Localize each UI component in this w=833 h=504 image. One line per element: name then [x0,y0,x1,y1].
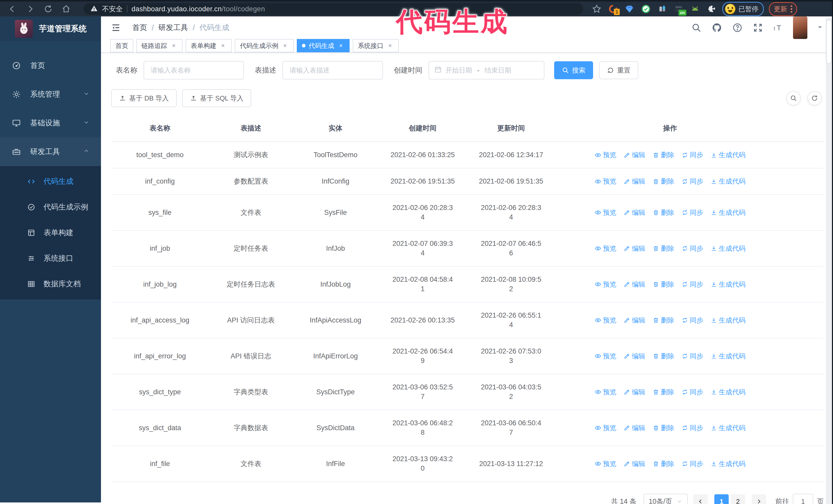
table-name-input[interactable] [144,61,244,79]
browser-menu-dots-icon[interactable] [791,5,792,13]
date-range-picker[interactable]: 开始日期 - 结束日期 [429,61,544,79]
search-icon[interactable] [690,22,702,33]
eye-action-link[interactable]: 预览 [595,244,616,253]
goto-page-input[interactable] [793,494,813,504]
prev-page-button[interactable] [693,494,708,504]
reset-button[interactable]: 重置 [599,61,638,79]
tag-close-icon[interactable]: × [337,42,344,49]
sidebar-item-1[interactable]: 系统管理 [0,80,101,109]
extension-drop-icon[interactable] [657,3,668,15]
submenu-item-4[interactable]: 数据库文档 [0,271,101,297]
tag-close-icon[interactable]: × [386,42,394,49]
pencil-action-link[interactable]: 编辑 [624,387,645,397]
eye-action-link[interactable]: 预览 [595,316,616,325]
help-icon[interactable] [732,22,743,33]
browser-forward-icon[interactable] [23,2,38,16]
user-avatar[interactable] [793,17,807,39]
trash-action-link[interactable]: 删除 [652,423,674,433]
trash-action-link[interactable]: 删除 [652,387,674,397]
download-action-link[interactable]: 生成代码 [711,387,745,397]
trash-action-link[interactable]: 删除 [652,459,674,469]
pencil-action-link[interactable]: 编辑 [624,280,645,289]
eye-action-link[interactable]: 预览 [595,208,616,217]
profile-paused-pill[interactable]: 已暂停 [722,2,764,16]
tag-4[interactable]: 代码生成× [297,39,350,52]
sync-action-link[interactable]: 同步 [682,280,703,289]
trash-action-link[interactable]: 删除 [652,352,674,361]
sidebar-item-3[interactable]: 研发工具 [0,137,101,166]
trash-action-link[interactable]: 删除 [652,280,674,289]
pencil-action-link[interactable]: 编辑 [624,150,645,160]
pencil-action-link[interactable]: 编辑 [624,459,645,469]
page-button-1[interactable]: 1 [714,494,729,504]
eye-action-link[interactable]: 预览 [595,423,616,433]
trash-action-link[interactable]: 删除 [652,316,674,325]
trash-action-link[interactable]: 删除 [652,244,674,253]
submenu-item-2[interactable]: 表单构建 [0,220,101,246]
sidebar-item-0[interactable]: 首页 [0,51,101,80]
user-menu-caret-icon[interactable] [816,23,824,32]
bookmark-star-icon[interactable] [591,3,602,15]
pencil-action-link[interactable]: 编辑 [624,177,645,186]
extension-on-icon[interactable]: on [673,3,684,15]
submenu-item-3[interactable]: 系统接口 [0,246,101,271]
download-action-link[interactable]: 生成代码 [711,208,745,217]
sync-action-link[interactable]: 同步 [682,150,703,160]
trash-action-link[interactable]: 删除 [652,177,674,186]
download-action-link[interactable]: 生成代码 [711,316,745,325]
download-action-link[interactable]: 生成代码 [711,423,745,433]
extension-orange-icon[interactable]: 1 [608,3,619,15]
sync-action-link[interactable]: 同步 [682,208,703,217]
download-action-link[interactable]: 生成代码 [711,150,745,160]
tag-5[interactable]: 系统接口× [353,39,399,52]
tag-2[interactable]: 表单构建× [186,39,232,52]
pencil-action-link[interactable]: 编辑 [624,244,645,253]
download-action-link[interactable]: 生成代码 [711,459,745,469]
sync-action-link[interactable]: 同步 [682,316,703,325]
extension-android-icon[interactable] [689,3,701,15]
download-action-link[interactable]: 生成代码 [711,244,745,253]
extension-gem-icon[interactable] [624,3,635,15]
toggle-search-icon[interactable] [786,91,801,105]
refresh-table-icon[interactable] [807,91,822,105]
sidebar-fold-icon[interactable] [110,22,121,33]
eye-action-link[interactable]: 预览 [595,150,616,160]
submenu-item-0[interactable]: 代码生成 [0,169,101,194]
tag-3[interactable]: 代码生成示例× [235,39,294,52]
font-size-icon[interactable]: tT [772,22,784,33]
browser-home-icon[interactable] [59,2,73,16]
eye-action-link[interactable]: 预览 [595,352,616,361]
sync-action-link[interactable]: 同步 [682,387,703,397]
tag-close-icon[interactable]: × [170,42,177,49]
eye-action-link[interactable]: 预览 [595,177,616,186]
sync-action-link[interactable]: 同步 [682,459,703,469]
download-action-link[interactable]: 生成代码 [711,352,745,361]
breadcrumb-item-0[interactable]: 首页 [132,23,147,33]
extension-green-check-icon[interactable] [640,3,651,15]
sidebar-item-2[interactable]: 基础设施 [0,109,101,137]
browser-update-button[interactable]: 更新 [769,2,797,16]
import-db-button[interactable]: 基于 DB 导入 [111,89,176,107]
tag-close-icon[interactable]: × [281,42,289,49]
fullscreen-icon[interactable] [752,22,764,33]
sync-action-link[interactable]: 同步 [682,244,703,253]
app-logo[interactable]: 芋道管理系统 [0,17,101,41]
eye-action-link[interactable]: 预览 [595,459,616,469]
pencil-action-link[interactable]: 编辑 [624,208,645,217]
download-action-link[interactable]: 生成代码 [711,280,745,289]
tag-close-icon[interactable]: × [219,42,227,49]
breadcrumb-item-1[interactable]: 研发工具 [159,23,188,33]
sync-action-link[interactable]: 同步 [682,352,703,361]
search-button[interactable]: 搜索 [554,61,593,79]
pencil-action-link[interactable]: 编辑 [624,352,645,361]
page-size-select[interactable]: 10条/页 [644,494,688,504]
pencil-action-link[interactable]: 编辑 [624,316,645,325]
extensions-puzzle-icon[interactable] [706,3,717,15]
eye-action-link[interactable]: 预览 [595,387,616,397]
sync-action-link[interactable]: 同步 [682,177,703,186]
browser-back-icon[interactable] [5,2,20,16]
table-desc-input[interactable] [282,61,383,79]
trash-action-link[interactable]: 删除 [652,208,674,217]
trash-action-link[interactable]: 删除 [652,150,674,160]
submenu-item-1[interactable]: 代码生成示例 [0,194,101,220]
